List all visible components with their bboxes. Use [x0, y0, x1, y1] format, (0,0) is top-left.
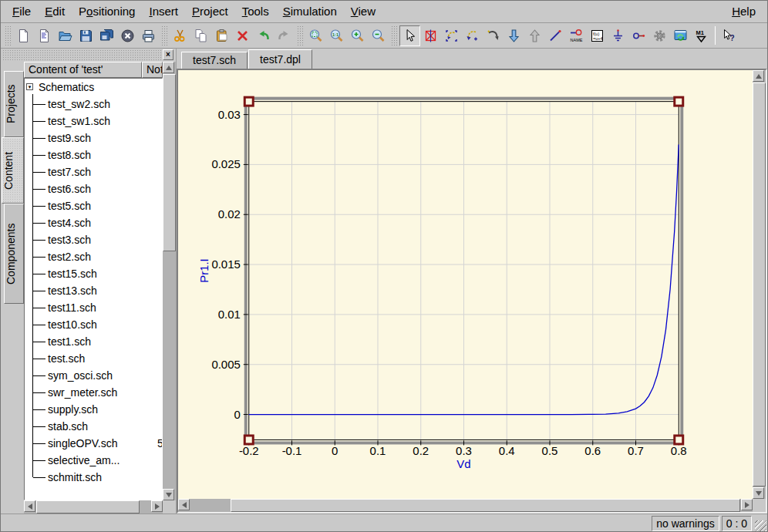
dock-drag-handle[interactable]: ×: [2, 49, 174, 62]
menu-file[interactable]: File: [5, 1, 38, 22]
tree-item[interactable]: test5.sch: [25, 197, 162, 214]
tree-item[interactable]: test_sw1.sch: [25, 113, 162, 130]
scroll-up-button[interactable]: [163, 62, 174, 73]
menu-tools[interactable]: Tools: [235, 1, 276, 22]
insert-port-button[interactable]: [628, 25, 649, 46]
selection-handle[interactable]: [675, 436, 683, 444]
mirror-y-button[interactable]: [524, 25, 545, 46]
tree-item[interactable]: test2.sch: [25, 248, 162, 265]
zoom-out-button[interactable]: [368, 25, 389, 46]
close-document-button[interactable]: [117, 25, 138, 46]
tree-item[interactable]: test10.sch: [25, 316, 162, 333]
save-document-button[interactable]: [76, 25, 96, 46]
print-button[interactable]: [138, 25, 159, 46]
zoom-fit-button[interactable]: [305, 25, 326, 46]
text-editor-button[interactable]: [34, 25, 55, 46]
tree-root-schematics[interactable]: ▾Schematics: [25, 79, 162, 96]
rotate-cw-button[interactable]: [483, 25, 504, 46]
insert-ground-button[interactable]: [608, 25, 628, 46]
paste-button[interactable]: [211, 25, 232, 46]
tree-item[interactable]: test13.sch: [25, 282, 162, 299]
menu-view[interactable]: View: [344, 1, 382, 22]
tree-item[interactable]: test.sch: [25, 350, 162, 367]
new-document-button[interactable]: [13, 25, 34, 46]
open-document-button[interactable]: [55, 25, 76, 46]
document-tab-test7-dpl[interactable]: test7.dpl: [248, 49, 312, 69]
insert-equation-button[interactable]: f(u)=u+4: [587, 25, 608, 46]
tree-item[interactable]: sym_osci.sch: [25, 367, 162, 384]
selection-handle[interactable]: [675, 97, 683, 106]
tree-item[interactable]: selective_am...: [25, 452, 162, 469]
tree-item[interactable]: test15.sch: [25, 265, 162, 282]
scroll-up-button[interactable]: [753, 70, 764, 82]
tree-item[interactable]: stab.sch: [25, 418, 162, 435]
tree-vertical-scrollbar[interactable]: [163, 62, 176, 500]
tree-item[interactable]: test7.sch: [25, 163, 162, 180]
tree-item[interactable]: test9.sch: [25, 130, 162, 146]
tree-item[interactable]: test8.sch: [25, 146, 162, 163]
scroll-left-button[interactable]: [178, 499, 190, 510]
sidebar-tab-content[interactable]: Content: [2, 137, 24, 204]
canvas-vertical-scrollbar[interactable]: [753, 70, 766, 499]
tree-item[interactable]: swr_meter.sch: [25, 384, 162, 401]
tree-item[interactable]: test6.sch: [25, 180, 162, 197]
tree-item[interactable]: test3.sch: [25, 231, 162, 248]
menu-insert[interactable]: Insert: [142, 1, 185, 22]
tree-vscroll-thumb[interactable]: [163, 74, 176, 251]
zoom-in-button[interactable]: [347, 25, 368, 46]
zoom-one-to-one-button[interactable]: 1:1: [326, 25, 347, 46]
copy-button[interactable]: [190, 25, 211, 46]
view-data-button[interactable]: [670, 25, 691, 46]
menu-project[interactable]: Project: [185, 1, 235, 22]
cut-button[interactable]: [170, 25, 190, 46]
menu-simulation[interactable]: Simulation: [276, 1, 344, 22]
tree-column-header-note[interactable]: Note: [142, 62, 163, 78]
simulate-button[interactable]: [649, 25, 670, 46]
select-button[interactable]: [399, 25, 420, 46]
sidebar-tab-projects[interactable]: Projects: [4, 71, 24, 137]
mirror-x-button[interactable]: [504, 25, 524, 46]
toolbar-grip-handle[interactable]: [5, 25, 11, 45]
undo-button[interactable]: [253, 25, 274, 46]
set-marker-button[interactable]: M1: [691, 25, 712, 46]
scroll-down-button[interactable]: [753, 487, 764, 499]
window-resize-grip[interactable]: [755, 520, 766, 532]
selection-handle[interactable]: [244, 97, 253, 106]
menu-positioning[interactable]: Positioning: [72, 1, 142, 22]
deactivate-button[interactable]: [420, 25, 441, 46]
scroll-right-button[interactable]: [151, 500, 163, 512]
tree-hscroll-thumb[interactable]: [36, 500, 140, 513]
tree-expander-icon[interactable]: ▾: [26, 83, 33, 90]
scroll-right-button[interactable]: [741, 499, 753, 510]
toolbar-grip-handle[interactable]: [391, 25, 397, 45]
canvas-hscroll-thumb[interactable]: [231, 499, 740, 512]
tree-column-header-content[interactable]: Content of 'test': [24, 62, 142, 78]
sidebar-tab-components[interactable]: Components: [4, 204, 24, 304]
dock-close-button[interactable]: ×: [163, 49, 173, 60]
scroll-left-button[interactable]: [24, 500, 35, 512]
selection-handle[interactable]: [244, 436, 253, 444]
scroll-down-button[interactable]: [163, 489, 174, 500]
insert-wire-button[interactable]: [545, 25, 566, 46]
save-all-button[interactable]: [96, 25, 117, 46]
toolbar-grip-handle[interactable]: [161, 25, 167, 45]
tree-item[interactable]: test_sw2.sch: [25, 96, 162, 113]
insert-label-button[interactable]: NAME: [566, 25, 587, 46]
canvas-vscroll-thumb[interactable]: [753, 82, 766, 487]
tree-item[interactable]: test4.sch: [25, 214, 162, 231]
tree-item[interactable]: singleOPV.sch5-po: [25, 435, 162, 452]
menu-edit[interactable]: Edit: [38, 1, 72, 22]
whats-this-button[interactable]: ?: [719, 25, 739, 46]
menu-help[interactable]: Help: [725, 1, 763, 22]
tree-item[interactable]: test1.sch: [25, 333, 162, 350]
delete-button[interactable]: [232, 25, 253, 46]
tree-item[interactable]: schmitt.sch: [25, 469, 162, 486]
toolbar-grip-handle[interactable]: [297, 25, 303, 45]
tree-item[interactable]: test11.sch: [25, 299, 162, 316]
tree-item[interactable]: supply.sch: [25, 401, 162, 418]
redo-button[interactable]: [274, 25, 295, 46]
rotate-ccw-button[interactable]: [462, 25, 483, 46]
tree-horizontal-scrollbar[interactable]: [24, 500, 163, 513]
canvas-horizontal-scrollbar[interactable]: [178, 499, 753, 512]
set-on-grid-button[interactable]: [441, 25, 462, 46]
